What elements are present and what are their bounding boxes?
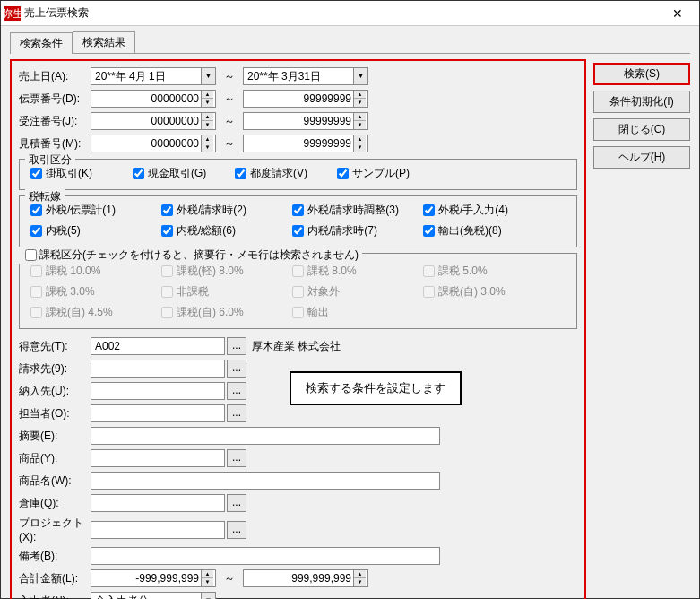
svg-text:弥生: 弥生 <box>4 7 21 20</box>
range-separator: ～ <box>216 69 243 84</box>
remarks-field[interactable] <box>91 547 440 565</box>
spinner-icon[interactable]: ▲▼ <box>353 570 366 586</box>
cb-tax-7[interactable]: 内税/請求時(7) <box>289 222 407 239</box>
cb-cls-3: 課税 8.0% <box>289 263 407 280</box>
spinner-icon[interactable]: ▲▼ <box>353 91 366 107</box>
slip-no-to[interactable]: 99999999▲▼ <box>243 90 368 108</box>
order-no-to[interactable]: 99999999▲▼ <box>243 112 368 130</box>
lookup-button[interactable]: ... <box>227 521 246 539</box>
label-entrant: 入力者(N): <box>19 594 91 600</box>
lookup-button[interactable]: ... <box>227 337 246 355</box>
search-button[interactable]: 検索(S) <box>593 63 690 85</box>
titlebar: 弥生 売上伝票検索 ✕ <box>1 1 699 26</box>
order-no-from[interactable]: 00000000▲▼ <box>91 112 216 130</box>
group-tax-shift: 税転嫁 外税/伝票計(1) 外税/請求時(2) 外税/請求時調整(3) 外税/手… <box>19 195 577 247</box>
action-buttons: 検索(S) 条件初期化(I) 閉じる(C) ヘルプ(H) <box>593 59 690 599</box>
label-billto: 請求先(9): <box>19 361 91 377</box>
dropdown-icon[interactable]: ▼ <box>201 68 215 84</box>
slip-no-from[interactable]: 00000000▲▼ <box>91 90 216 108</box>
total-from[interactable]: -999,999,999▲▼ <box>91 569 216 587</box>
spinner-icon[interactable]: ▲▼ <box>201 113 213 129</box>
label-estimate-no: 見積番号(M): <box>19 136 91 152</box>
cb-tsudo[interactable]: 都度請求(V) <box>231 165 321 182</box>
cb-tax-8[interactable]: 輸出(免税)(8) <box>419 222 538 239</box>
est-no-from[interactable]: 00000000▲▼ <box>91 135 216 152</box>
delivto-field[interactable] <box>91 382 225 400</box>
label-order-no: 受注番号(J): <box>19 114 91 129</box>
cb-cls-10: 課税(自) 6.0% <box>158 304 276 321</box>
label-project: プロジェクト(X): <box>19 516 91 543</box>
cb-cls-5: 課税 3.0% <box>27 283 145 300</box>
spinner-icon[interactable]: ▲▼ <box>201 91 213 107</box>
cb-cls-8: 課税(自) 3.0% <box>419 283 538 300</box>
cb-tax-5[interactable]: 内税(5) <box>27 222 145 239</box>
cb-genkin[interactable]: 現金取引(G) <box>129 165 219 182</box>
cb-cls-11: 輸出 <box>289 304 407 321</box>
cb-tax-4[interactable]: 外税/手入力(4) <box>419 202 538 219</box>
product-field[interactable] <box>91 449 225 467</box>
search-form: 売上日(A): 20**年 4月 1日▼ ～ 20**年 3月31日▼ 伝票番号… <box>10 59 586 599</box>
label-summary: 摘要(E): <box>19 429 91 444</box>
project-field[interactable] <box>91 521 225 539</box>
label-product-name: 商品名(W): <box>19 473 91 489</box>
label-product: 商品(Y): <box>19 451 91 466</box>
cb-cls-4: 課税 5.0% <box>419 263 538 280</box>
customer-code-field[interactable]: A002 <box>91 337 225 355</box>
est-no-to[interactable]: 99999999▲▼ <box>243 135 368 152</box>
lookup-button[interactable]: ... <box>227 449 246 467</box>
label-customer: 得意先(T): <box>19 339 91 354</box>
cb-tax-class-enable[interactable]: 課税区分(チェックを付けると、摘要行・メモ行は検索されません) <box>18 247 362 264</box>
lookup-button[interactable]: ... <box>227 382 246 400</box>
cb-cls-9: 課税(自) 4.5% <box>27 304 145 321</box>
sales-date-to[interactable]: 20**年 3月31日▼ <box>243 67 368 85</box>
summary-field[interactable] <box>91 427 440 445</box>
label-sales-date: 売上日(A): <box>19 69 91 84</box>
callout-box: 検索する条件を設定します <box>290 371 462 405</box>
spinner-icon[interactable]: ▲▼ <box>353 135 366 152</box>
dropdown-icon[interactable]: ▼ <box>201 593 215 599</box>
cb-tax-2[interactable]: 外税/請求時(2) <box>158 202 276 219</box>
spinner-icon[interactable]: ▲▼ <box>201 135 213 152</box>
window-title: 売上伝票検索 <box>24 5 660 21</box>
entrant-select[interactable]: 全入力者分▼ <box>91 592 216 599</box>
cb-cls-6: 非課税 <box>158 283 276 300</box>
billto-field[interactable] <box>91 360 225 378</box>
total-to[interactable]: 999,999,999▲▼ <box>243 569 368 587</box>
tab-search-results[interactable]: 検索結果 <box>73 31 135 53</box>
lookup-button[interactable]: ... <box>227 360 246 378</box>
label-warehouse: 倉庫(Q): <box>19 496 91 511</box>
cb-cls-1: 課税 10.0% <box>27 263 145 280</box>
tab-search-conditions[interactable]: 検索条件 <box>10 32 73 54</box>
help-button[interactable]: ヘルプ(H) <box>593 146 690 169</box>
cb-tax-3[interactable]: 外税/請求時調整(3) <box>289 202 407 219</box>
person-field[interactable] <box>91 404 225 422</box>
lookup-button[interactable]: ... <box>227 404 246 422</box>
close-icon[interactable]: ✕ <box>660 6 696 21</box>
spinner-icon[interactable]: ▲▼ <box>201 570 213 586</box>
label-total: 合計金額(L): <box>19 571 91 586</box>
label-remarks: 備考(B): <box>19 549 91 564</box>
spinner-icon[interactable]: ▲▼ <box>353 113 366 129</box>
product-name-field[interactable] <box>91 472 440 490</box>
customer-name-readout: 厚木産業 株式会社 <box>252 339 341 354</box>
cb-tax-6[interactable]: 内税/総額(6) <box>158 222 276 239</box>
reset-button[interactable]: 条件初期化(I) <box>593 91 690 113</box>
cb-cls-2: 課税(軽) 8.0% <box>158 263 276 280</box>
lookup-button[interactable]: ... <box>227 494 246 512</box>
cb-cls-7: 対象外 <box>289 283 407 300</box>
label-slip-no: 伝票番号(D): <box>19 91 91 107</box>
dropdown-icon[interactable]: ▼ <box>353 68 367 84</box>
app-logo-icon: 弥生 <box>4 6 21 21</box>
label-delivto: 納入先(U): <box>19 384 91 399</box>
tab-bar: 検索条件 検索結果 <box>1 26 699 53</box>
close-button[interactable]: 閉じる(C) <box>593 118 690 141</box>
warehouse-field[interactable] <box>91 494 225 512</box>
group-tax-class: 課税区分(チェックを付けると、摘要行・メモ行は検索されません) 課税 10.0%… <box>19 253 577 329</box>
cb-sample[interactable]: サンプル(P) <box>333 165 423 182</box>
group-deal-type: 取引区分 掛取引(K) 現金取引(G) 都度請求(V) サンプル(P) <box>19 159 577 190</box>
sales-date-from[interactable]: 20**年 4月 1日▼ <box>91 67 216 85</box>
label-person: 担当者(O): <box>19 406 91 421</box>
